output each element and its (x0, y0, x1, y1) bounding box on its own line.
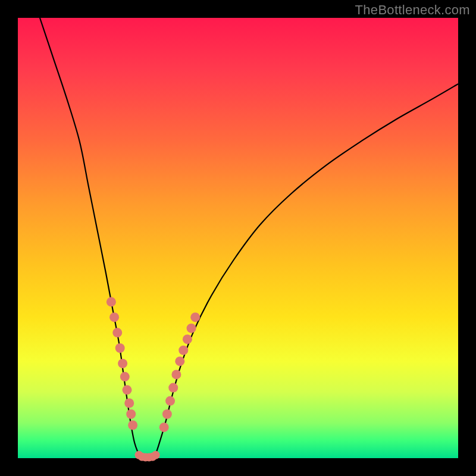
marker-dot (183, 334, 192, 344)
marker-dot (128, 421, 137, 430)
right-curve (154, 84, 458, 458)
marker-dot (107, 297, 116, 306)
marker-dot (109, 312, 119, 322)
watermark-text: TheBottleneck.com (355, 2, 470, 18)
marker-dot (152, 451, 160, 459)
marker-dot (118, 359, 127, 368)
marker-dot (190, 312, 200, 322)
markers-left-cluster (107, 297, 137, 430)
marker-dot (120, 372, 130, 381)
marker-dot (178, 346, 188, 355)
marker-dot (124, 399, 134, 408)
chart-svg (18, 18, 458, 458)
markers-right-cluster (159, 312, 201, 432)
marker-dot (162, 409, 172, 419)
marker-dot (165, 396, 175, 406)
marker-dot (115, 343, 125, 353)
marker-dot (168, 383, 178, 393)
markers-valley-cluster (135, 451, 160, 462)
plot-area (18, 18, 458, 458)
marker-dot (175, 356, 184, 366)
marker-dot (123, 385, 132, 394)
marker-dot (126, 409, 136, 419)
chart-frame: TheBottleneck.com (0, 0, 476, 476)
marker-dot (112, 328, 122, 337)
marker-dot (187, 324, 196, 333)
marker-dot (159, 422, 169, 432)
marker-dot (171, 369, 181, 379)
